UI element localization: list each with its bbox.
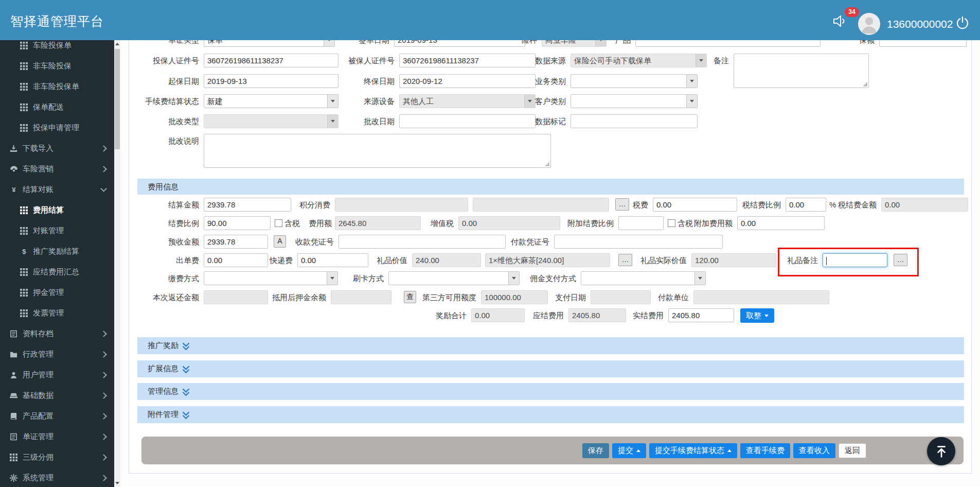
remark-label: 备注 — [626, 54, 729, 67]
sidebar-item-7[interactable]: ¥结算对账 — [0, 179, 114, 200]
endorse-note-textarea[interactable] — [204, 134, 551, 168]
fee-section-header: 费用信息 — [137, 179, 964, 195]
endorse-date-label: 批改日期 — [292, 114, 395, 128]
gift-note-ellipsis-button[interactable]: … — [894, 254, 907, 266]
action-button-2[interactable]: 提交手续费结算状态 — [649, 443, 737, 458]
section-bar-2[interactable]: 管理信息 — [137, 383, 964, 400]
pay-date-label: 支付日期 — [483, 290, 586, 304]
gift-note-input[interactable] — [823, 253, 887, 267]
notification-badge: 34 — [845, 7, 859, 17]
sidebar-item-16[interactable]: 用户管理 — [0, 364, 114, 385]
gift-value-input: 240.00 — [412, 253, 481, 267]
sidebar-item-5[interactable]: 下载导入 — [0, 138, 114, 159]
caret-up-icon — [636, 449, 640, 452]
product-label: 产品 — [528, 40, 631, 47]
notification-speaker-icon[interactable] — [831, 13, 848, 29]
page-scrollbar[interactable] — [114, 40, 120, 487]
grid-icon — [20, 227, 28, 235]
sidebar-item-10[interactable]: $推广奖励结算 — [0, 241, 114, 262]
avatar[interactable] — [858, 13, 880, 35]
customer-type-label: 客户类别 — [463, 94, 566, 108]
logout-power-icon[interactable] — [955, 15, 970, 31]
sidebar-item-11[interactable]: 应结费用汇总 — [0, 262, 114, 282]
actual-fee-input[interactable]: 2405.80 — [668, 308, 734, 322]
tax-settle-amount-input: 0.00 — [881, 198, 968, 212]
payment-no-input[interactable] — [554, 235, 723, 249]
action-button-label: 提交 — [618, 446, 633, 456]
sidebar-item-label: 对账管理 — [33, 226, 64, 236]
sidebar-item-12[interactable]: 押金管理 — [0, 282, 114, 303]
sidebar-item-4[interactable]: 投保申请管理 — [0, 117, 114, 138]
data-mark-input[interactable] — [571, 114, 698, 128]
reward-total-label: 奖励合计 — [364, 308, 467, 322]
dollar-icon: $ — [20, 248, 28, 255]
sidebar-item-19[interactable]: 单证管理 — [0, 426, 114, 447]
sidebar-item-17[interactable]: 基础数据 — [0, 385, 114, 406]
scrollbar-down-arrow[interactable] — [114, 479, 120, 487]
pay-unit-input — [693, 290, 829, 304]
grid-icon — [20, 103, 28, 111]
sidebar-item-18[interactable]: 产品配置 — [0, 406, 114, 426]
action-button-4[interactable]: 查看收入 — [793, 443, 835, 458]
third-party-quota-label: 第三方可用额度 — [373, 290, 476, 304]
download-icon — [9, 145, 18, 152]
sidebar-item-label: 下载导入 — [23, 144, 54, 153]
fee-amount-label: 费用额 — [229, 216, 332, 230]
points-consume-label: 积分消费 — [227, 198, 330, 212]
scrollbar-up-arrow[interactable] — [114, 40, 120, 48]
action-button-5[interactable]: 返回 — [839, 443, 866, 458]
page: 智择通管理平台 34 13600000002 车险投保单非车险投保非车险投保单保… — [0, 0, 980, 487]
chevron-right-icon — [100, 372, 107, 378]
action-bar: 保存提交提交手续费结算状态查看手续费查看收入返回 — [141, 437, 964, 464]
grid-icon — [20, 124, 28, 132]
pay-unit-label: 付款单位 — [586, 290, 689, 304]
section-bar-label: 扩展信息 — [148, 364, 179, 374]
sidebar-item-21[interactable]: 系统管理 — [0, 467, 114, 487]
sidebar-item-label: 三级分佣 — [23, 453, 54, 462]
rounding-button[interactable]: 取整 — [740, 308, 774, 323]
section-bar-0[interactable]: 推广奖励 — [137, 337, 964, 354]
double-chevron-down-icon — [182, 342, 190, 351]
sidebar-item-2[interactable]: 非车险投保单 — [0, 76, 114, 97]
action-button-0[interactable]: 保存 — [582, 443, 609, 458]
extra-fee-amount-label: 附加费用额 — [630, 216, 733, 230]
policy-form-card: 单证类型 保单 签单日期 2019-09-13 险种 商业车险 产品 保额 投保… — [129, 40, 972, 474]
chevron-right-icon — [100, 351, 107, 358]
sidebar-item-1[interactable]: 非车险投保 — [0, 56, 114, 76]
endorse-type-label: 批改类型 — [122, 114, 199, 128]
actual-fee-label: 实结费用 — [561, 308, 664, 322]
action-button-3[interactable]: 查看手续费 — [740, 443, 790, 458]
sidebar-item-15[interactable]: 行政管理 — [0, 344, 114, 364]
insured-amount-input[interactable] — [879, 40, 967, 47]
sidebar-item-0[interactable]: 车险投保单 — [0, 40, 114, 56]
pay-method-label: 缴费方式 — [122, 271, 199, 285]
grid-icon — [9, 454, 18, 461]
sidebar-item-3[interactable]: 保单配送 — [0, 97, 114, 117]
sidebar-item-20[interactable]: 三级分佣 — [0, 447, 114, 467]
grid-icon — [20, 289, 28, 297]
business-type-select[interactable] — [571, 74, 698, 88]
sidebar-item-9[interactable]: 对账管理 — [0, 220, 114, 241]
sidebar-item-label: 投保申请管理 — [33, 123, 79, 133]
sidebar-item-13[interactable]: 发票管理 — [0, 303, 114, 323]
hdd-icon — [9, 392, 18, 399]
sidebar-item-label: 非车险投保 — [33, 61, 72, 71]
commission-pay-method-select[interactable] — [581, 271, 706, 285]
sidebar-item-label: 资料存档 — [23, 329, 54, 339]
sidebar-item-8[interactable]: 费用结算 — [0, 200, 114, 220]
customer-type-select[interactable] — [571, 94, 698, 108]
section-bar-3[interactable]: 附件管理 — [137, 406, 964, 423]
username[interactable]: 13600000002 — [887, 13, 953, 35]
sidebar-item-label: 用户管理 — [23, 370, 54, 380]
sidebar-item-14[interactable]: 资料存档 — [0, 323, 114, 344]
back-to-top-button[interactable] — [927, 437, 955, 465]
remark-textarea[interactable] — [734, 54, 869, 88]
sidebar-item-6[interactable]: 车险营销 — [0, 159, 114, 179]
insurance-kind-label: 险种 — [434, 40, 537, 47]
extra-fee-amount-input[interactable]: 0.00 — [737, 216, 825, 230]
endorse-note-label: 批改说明 — [122, 134, 199, 148]
action-button-1[interactable]: 提交 — [612, 443, 646, 458]
section-bar-1[interactable]: 扩展信息 — [137, 360, 964, 377]
scrollbar-thumb[interactable] — [115, 49, 120, 149]
holder-id-label: 投保人证件号 — [122, 54, 199, 67]
